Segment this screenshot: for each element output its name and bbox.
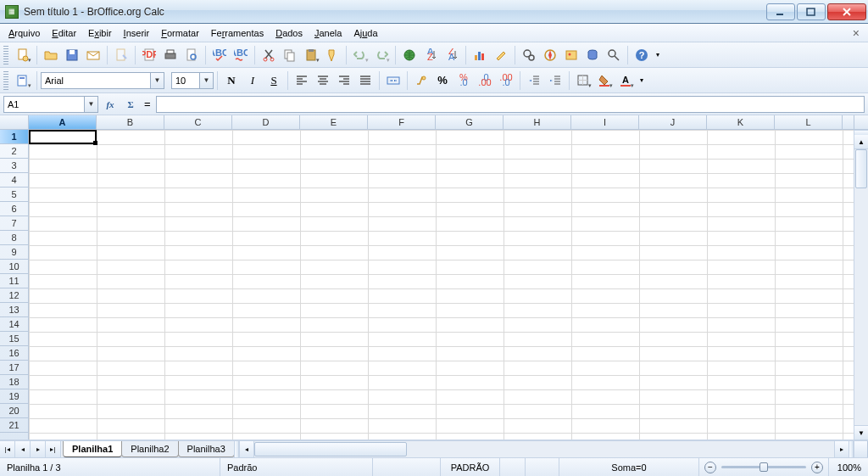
italic-button[interactable]: I [242, 70, 263, 91]
vertical-scrollbar[interactable]: ▲ ▼ [854, 130, 868, 440]
column-header-B[interactable]: B [97, 115, 164, 129]
equals-button[interactable]: = [142, 98, 153, 110]
gallery-button[interactable] [561, 45, 581, 65]
hyperlink-button[interactable] [399, 45, 420, 65]
new-document-button[interactable] [13, 45, 33, 65]
tab-next-button[interactable]: ▸ [31, 441, 46, 457]
tab-last-button[interactable]: ▸| [46, 441, 61, 457]
row-header-12[interactable]: 12 [0, 288, 28, 303]
row-header-8[interactable]: 8 [0, 231, 28, 245]
edit-file-button[interactable] [111, 45, 131, 65]
row-header-21[interactable]: 21 [0, 418, 28, 433]
menu-arquivo[interactable]: Arquivo [3, 26, 45, 40]
autospellcheck-button[interactable]: ABC [231, 45, 251, 65]
column-header-G[interactable]: G [436, 115, 504, 129]
row-header-4[interactable]: 4 [0, 173, 28, 188]
row-header-13[interactable]: 13 [0, 303, 28, 317]
function-wizard-button[interactable]: fx [102, 96, 119, 113]
insert-chart-button[interactable] [470, 45, 490, 65]
align-center-button[interactable] [313, 70, 333, 91]
open-button[interactable] [41, 45, 61, 65]
row-header-1[interactable]: 1 [0, 130, 28, 144]
hscroll-thumb[interactable] [254, 442, 407, 456]
column-header-A[interactable]: A [29, 115, 97, 129]
underline-button[interactable]: S [264, 70, 284, 91]
vscroll-track[interactable] [854, 149, 868, 425]
row-header-2[interactable]: 2 [0, 144, 28, 159]
row-header-11[interactable]: 11 [0, 274, 28, 288]
name-box[interactable]: ▼ [3, 96, 98, 113]
paste-button[interactable] [301, 45, 321, 65]
toolbar-overflow-button[interactable]: ▾ [653, 45, 663, 65]
sort-desc-button[interactable]: ZA [442, 45, 462, 65]
number-format-standard-button[interactable]: %.0 [453, 70, 474, 91]
save-button[interactable] [62, 45, 82, 65]
zoom-button[interactable] [604, 45, 624, 65]
window-maximize-button[interactable] [797, 3, 826, 20]
name-box-dropdown-button[interactable]: ▼ [85, 96, 98, 113]
currency-button[interactable] [411, 70, 431, 91]
row-header-15[interactable]: 15 [0, 332, 28, 346]
undo-button[interactable] [350, 45, 370, 65]
align-left-button[interactable] [292, 70, 312, 91]
vscroll-thumb[interactable] [855, 149, 867, 188]
menu-formatar[interactable]: Formatar [156, 26, 204, 40]
export-pdf-button[interactable]: PDF [139, 45, 159, 65]
scroll-down-button[interactable]: ▼ [854, 425, 868, 440]
font-name-input[interactable] [41, 72, 151, 89]
font-color-button[interactable]: A [615, 70, 636, 91]
font-name-combo[interactable]: ▼ [41, 72, 164, 89]
font-size-combo[interactable]: ▼ [171, 72, 214, 89]
sheet-tab-3[interactable]: Planilha3 [178, 441, 235, 457]
column-header-D[interactable]: D [232, 115, 300, 129]
menu-ferramentas[interactable]: Ferramentas [206, 26, 269, 40]
datasources-button[interactable] [582, 45, 603, 65]
show-draw-functions-button[interactable] [491, 45, 511, 65]
scroll-up-button[interactable]: ▲ [854, 135, 868, 149]
menu-ajuda[interactable]: Ajuda [348, 26, 382, 40]
increase-indent-button[interactable] [545, 70, 565, 91]
scroll-left-button[interactable]: ◂ [239, 441, 253, 457]
zoom-out-button[interactable]: − [704, 462, 716, 473]
menu-dados[interactable]: Dados [270, 26, 308, 40]
status-sum[interactable]: Soma=0 [559, 458, 699, 476]
column-header-I[interactable]: I [571, 115, 639, 129]
row-header-3[interactable]: 3 [0, 159, 28, 173]
print-preview-button[interactable] [181, 45, 202, 65]
column-header-H[interactable]: H [504, 115, 571, 129]
row-header-16[interactable]: 16 [0, 346, 28, 361]
select-all-corner[interactable] [0, 115, 29, 129]
toolbar-handle[interactable] [3, 71, 8, 90]
window-close-button[interactable] [827, 3, 866, 20]
tab-first-button[interactable]: |◂ [0, 441, 15, 457]
navigator-button[interactable] [540, 45, 560, 65]
borders-button[interactable] [573, 70, 593, 91]
row-header-20[interactable]: 20 [0, 404, 28, 418]
merge-cells-button[interactable] [383, 70, 403, 91]
zoom-percent[interactable]: 100% [829, 458, 868, 476]
column-header-F[interactable]: F [368, 115, 436, 129]
status-sheet-indicator[interactable]: Planilha 1 / 3 [0, 458, 220, 476]
column-header-K[interactable]: K [707, 115, 775, 129]
status-selection-mode[interactable]: PADRÃO [441, 458, 500, 476]
scroll-right-button[interactable]: ▸ [834, 441, 849, 457]
zoom-track[interactable] [721, 466, 806, 468]
format-paintbrush-button[interactable] [322, 45, 342, 65]
decrease-indent-button[interactable] [524, 70, 544, 91]
tab-prev-button[interactable]: ◂ [15, 441, 31, 457]
row-header-19[interactable]: 19 [0, 389, 28, 404]
row-header-9[interactable]: 9 [0, 245, 28, 260]
percent-button[interactable]: % [432, 70, 453, 91]
column-header-C[interactable]: C [164, 115, 232, 129]
status-insert-mode[interactable] [373, 458, 441, 476]
sheet-tab-1[interactable]: Planilha1 [63, 441, 122, 457]
help-button[interactable]: ? [632, 45, 652, 65]
delete-decimal-button[interactable]: .00.0 [496, 70, 516, 91]
font-name-dropdown-button[interactable]: ▼ [151, 72, 164, 89]
cells-area[interactable] [29, 130, 854, 440]
menu-janela[interactable]: Janela [309, 26, 347, 40]
email-button[interactable] [83, 45, 103, 65]
menu-editar[interactable]: Editar [47, 26, 81, 40]
zoom-in-button[interactable]: + [811, 462, 823, 473]
row-header-18[interactable]: 18 [0, 375, 28, 389]
